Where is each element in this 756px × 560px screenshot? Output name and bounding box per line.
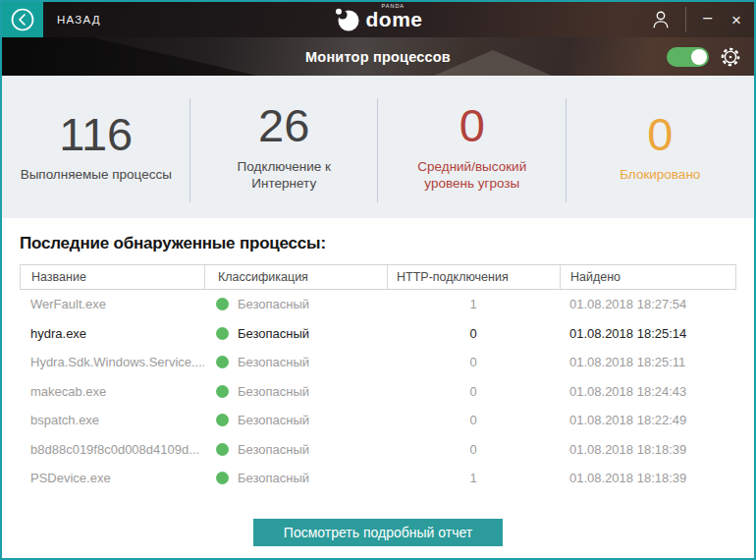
process-name: b8d88c019f8c0d008d4109d... xyxy=(20,442,204,457)
found-date: 01.08.2018 18:25:11 xyxy=(560,355,736,369)
safe-status-dot-icon xyxy=(216,385,229,398)
process-name: makecab.exe xyxy=(20,384,204,399)
http-connections: 0 xyxy=(387,384,560,399)
process-name: hydra.exe xyxy=(20,326,204,341)
column-header-classification: Классификация xyxy=(204,265,387,289)
found-date: 01.08.2018 18:25:14 xyxy=(560,326,736,341)
process-name: PSDevice.exe xyxy=(20,471,204,485)
table-row[interactable]: b8d88c019f8c0d008d4109d... Безопасный 0 … xyxy=(20,435,736,465)
panda-logo-icon xyxy=(333,7,359,32)
page-title: Монитор процессов xyxy=(305,49,451,65)
safe-status-dot-icon xyxy=(216,327,229,340)
process-name: Hydra.Sdk.Windows.Service.... xyxy=(20,355,204,369)
found-date: 01.08.2018 18:18:39 xyxy=(560,442,736,457)
brand-logo: panda dome xyxy=(333,7,422,32)
safe-status-dot-icon xyxy=(216,443,229,456)
app-window: НАЗАД panda dome – xyxy=(0,0,756,560)
main-content: Последние обнаруженные процессы: Названи… xyxy=(2,218,754,558)
titlebar-divider xyxy=(685,7,686,32)
table-row[interactable]: bspatch.exe Безопасный 0 01.08.2018 18:2… xyxy=(20,406,736,435)
table-row[interactable]: makecab.exe Безопасный 0 01.08.2018 18:2… xyxy=(20,377,736,407)
settings-gear-icon[interactable] xyxy=(719,45,742,69)
process-table-body: WerFault.exe Безопасный 1 01.08.2018 18:… xyxy=(20,290,736,493)
found-date: 01.08.2018 18:27:54 xyxy=(560,297,736,311)
table-row[interactable]: WerFault.exe Безопасный 1 01.08.2018 18:… xyxy=(20,290,736,319)
safe-status-dot-icon xyxy=(216,356,229,368)
brand-small-label: panda xyxy=(381,3,405,9)
close-button[interactable]: × xyxy=(729,12,744,28)
view-report-button[interactable]: Посмотреть подробный отчет xyxy=(253,519,503,546)
found-date: 01.08.2018 18:24:43 xyxy=(560,384,736,399)
titlebar: НАЗАД panda dome – xyxy=(2,2,754,37)
monitor-toggle[interactable] xyxy=(667,47,709,67)
classification-label: Безопасный xyxy=(238,326,309,341)
mountain-peak xyxy=(434,50,552,76)
classification-label: Безопасный xyxy=(238,384,309,399)
process-name: WerFault.exe xyxy=(20,297,204,311)
classification-label: Безопасный xyxy=(238,355,309,369)
column-header-name: Название xyxy=(20,265,204,289)
process-table: Название Классификация HTTP-подключения … xyxy=(20,264,736,493)
safe-status-dot-icon xyxy=(216,472,229,484)
stat-value: 0 xyxy=(459,101,485,149)
table-header: Название Классификация HTTP-подключения … xyxy=(20,264,736,290)
table-row[interactable]: Hydra.Sdk.Windows.Service.... Безопасный… xyxy=(20,348,736,377)
classification-label: Безопасный xyxy=(238,297,309,311)
http-connections: 0 xyxy=(387,413,560,427)
brand-label: dome xyxy=(365,8,422,30)
column-header-http: HTTP-подключения xyxy=(387,265,560,289)
classification-label: Безопасный xyxy=(238,442,309,457)
stat-value: 116 xyxy=(59,110,133,158)
found-date: 01.08.2018 18:22:49 xyxy=(560,413,736,427)
safe-status-dot-icon xyxy=(216,414,229,426)
stats-panel: 116 Выполняемые процессы 26 Подключение … xyxy=(2,76,754,218)
http-connections: 0 xyxy=(387,442,560,457)
stat-blocked: 0 Блокировано xyxy=(567,76,755,218)
classification-label: Безопасный xyxy=(238,471,309,485)
table-row[interactable]: hydra.exe Безопасный 0 01.08.2018 18:25:… xyxy=(20,319,736,349)
http-connections: 1 xyxy=(387,471,560,485)
stat-threat-level: 0 Средний/высокий уровень угрозы xyxy=(378,76,567,218)
http-connections: 0 xyxy=(387,326,560,341)
account-icon[interactable] xyxy=(650,9,672,30)
subheader: Монитор процессов xyxy=(2,37,754,76)
stat-label: Блокировано xyxy=(620,167,700,184)
stat-value: 26 xyxy=(258,101,309,149)
http-connections: 1 xyxy=(387,297,560,311)
safe-status-dot-icon xyxy=(216,298,229,310)
section-title: Последние обнаруженные процессы: xyxy=(20,234,736,253)
stat-running-processes: 116 Выполняемые процессы xyxy=(2,76,190,218)
stat-label: Подключение к Интернету xyxy=(204,159,365,193)
stat-value: 0 xyxy=(647,110,673,158)
http-connections: 0 xyxy=(387,355,560,369)
found-date: 01.08.2018 18:18:39 xyxy=(560,471,736,485)
table-row[interactable]: PSDevice.exe Безопасный 1 01.08.2018 18:… xyxy=(20,464,736,493)
classification-label: Безопасный xyxy=(238,413,309,427)
back-button[interactable] xyxy=(2,2,43,37)
back-label[interactable]: НАЗАД xyxy=(57,14,101,26)
toggle-knob xyxy=(691,49,707,65)
mountain-silhouette xyxy=(2,37,257,76)
stat-label: Выполняемые процессы xyxy=(21,167,172,184)
stat-label: Средний/высокий уровень угрозы xyxy=(392,159,553,193)
back-chevron-icon xyxy=(10,7,35,32)
column-header-found: Найдено xyxy=(560,265,735,289)
footer: Посмотреть подробный отчет xyxy=(20,519,736,558)
stat-internet-connections: 26 Подключение к Интернету xyxy=(190,76,379,218)
minimize-button[interactable]: – xyxy=(700,10,715,26)
process-name: bspatch.exe xyxy=(20,413,204,427)
